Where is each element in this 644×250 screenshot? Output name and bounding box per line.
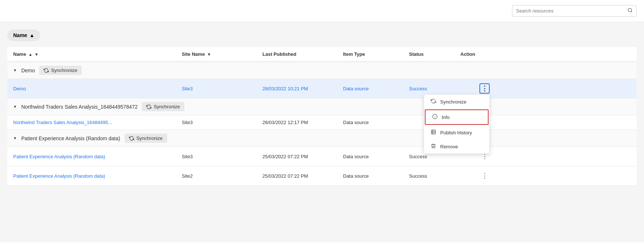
svg-line-1	[631, 11, 632, 12]
table-header: Name ▲ ▼ Site Name ▼ Last Published Item…	[7, 47, 637, 62]
search-box[interactable]	[512, 5, 637, 17]
svg-rect-5	[431, 130, 435, 134]
sort-bar: Name ▲	[7, 29, 637, 41]
group-row-demo: ▼ Demo Synchronize	[7, 62, 637, 79]
sync-icon	[430, 98, 437, 105]
search-icon	[628, 8, 633, 14]
col-last-published: Last Published	[262, 51, 343, 57]
info-icon	[431, 114, 438, 120]
sync-button-demo[interactable]: Synchronize	[39, 66, 82, 75]
search-input[interactable]	[516, 8, 628, 14]
cell-status-patient-site2: Success	[409, 173, 460, 179]
group-name-patient: Patient Experience Analysis (Random data…	[21, 135, 120, 141]
cell-status-demo: Success	[409, 86, 460, 91]
table-row-patient-site2: Patient Experience Analysis (Random data…	[7, 166, 637, 186]
cell-published-demo: 28/03/2022 10:21 PM	[262, 86, 343, 91]
table-row-demo: Demo Site3 28/03/2022 10:21 PM Data sour…	[7, 79, 637, 98]
dropdown-item-publish-history[interactable]: Publish History	[424, 126, 489, 140]
sync-icon-demo	[44, 68, 49, 73]
sort-label: Name	[13, 32, 27, 38]
dropdown-menu-demo: Synchronize Info	[424, 94, 490, 154]
dropdown-item-synchronize[interactable]: Synchronize	[424, 95, 489, 109]
sync-button-northwind[interactable]: Synchronize	[142, 102, 184, 111]
col-item-type: Item Type	[343, 51, 409, 57]
group-triangle-patient[interactable]: ▼	[13, 136, 17, 140]
group-triangle-demo[interactable]: ▼	[13, 68, 17, 72]
group-name-northwind: Northwind Traders Sales Analysis_1648449…	[21, 104, 138, 110]
sync-icon-patient	[129, 136, 134, 141]
svg-point-0	[628, 8, 632, 12]
col-action: Action	[460, 51, 490, 57]
sync-icon-northwind	[146, 104, 151, 109]
cell-site-demo: Site3	[182, 86, 262, 91]
dropdown-item-remove[interactable]: Remove	[424, 140, 489, 153]
cell-published-patient-site2: 25/03/2022 07:22 PM	[262, 173, 343, 179]
col-status: Status	[409, 51, 460, 57]
group-triangle-northwind[interactable]: ▼	[13, 105, 17, 109]
top-bar	[0, 0, 644, 22]
cell-type-patient-site3: Data source	[343, 154, 409, 159]
table-container: Name ▲ ▼ Site Name ▼ Last Published Item…	[7, 47, 637, 186]
cell-site-patient-site2: Site2	[182, 173, 262, 179]
cell-name-northwind[interactable]: Northwind Traders Sales Analysis_1648449…	[13, 120, 182, 125]
group-row-northwind: ▼ Northwind Traders Sales Analysis_16484…	[7, 98, 637, 115]
sort-arrow: ▲	[29, 32, 34, 38]
trash-icon	[430, 143, 437, 150]
cell-published-patient-site3: 25/03/2022 07:22 PM	[262, 154, 343, 159]
group-name-demo: Demo	[21, 68, 35, 73]
sort-name-button[interactable]: Name ▲	[7, 29, 40, 41]
history-icon	[430, 129, 437, 136]
col-name: Name ▲ ▼	[13, 51, 182, 57]
cell-action-patient-site2: ⋮	[460, 171, 490, 181]
col-sitename: Site Name ▼	[182, 51, 262, 57]
cell-action-demo: ⋮ Synchronize	[460, 83, 490, 94]
sitename-filter-icon[interactable]: ▼	[207, 52, 211, 57]
table-row-northwind: Northwind Traders Sales Analysis_1648449…	[7, 115, 637, 130]
cell-type-northwind: Data source	[343, 120, 409, 125]
main-content: Name ▲ Name ▲ ▼ Site Name ▼ Last Publish…	[0, 22, 644, 242]
cell-published-northwind: 28/03/2022 12:17 PM	[262, 120, 343, 125]
sync-button-patient[interactable]: Synchronize	[125, 134, 167, 143]
name-filter-icon[interactable]: ▼	[34, 52, 38, 57]
cell-name-patient-site2[interactable]: Patient Experience Analysis (Random data…	[13, 173, 182, 179]
cell-name-patient-site3[interactable]: Patient Experience Analysis (Random data…	[13, 154, 182, 159]
cell-status-patient-site3: Success	[409, 154, 460, 159]
cell-site-northwind: Site3	[182, 120, 262, 125]
dropdown-item-info[interactable]: Info	[425, 109, 489, 125]
cell-site-patient-site3: Site3	[182, 154, 262, 159]
action-menu-button-patient-site2[interactable]: ⋮	[479, 171, 490, 181]
action-menu-button-demo[interactable]: ⋮	[479, 83, 490, 94]
table-row-patient-site3: Patient Experience Analysis (Random data…	[7, 147, 637, 166]
cell-type-demo: Data source	[343, 86, 409, 91]
cell-name-demo[interactable]: Demo	[13, 86, 182, 91]
name-sort-arrow: ▲	[28, 52, 32, 57]
group-row-patient: ▼ Patient Experience Analysis (Random da…	[7, 130, 637, 147]
cell-type-patient-site2: Data source	[343, 173, 409, 179]
